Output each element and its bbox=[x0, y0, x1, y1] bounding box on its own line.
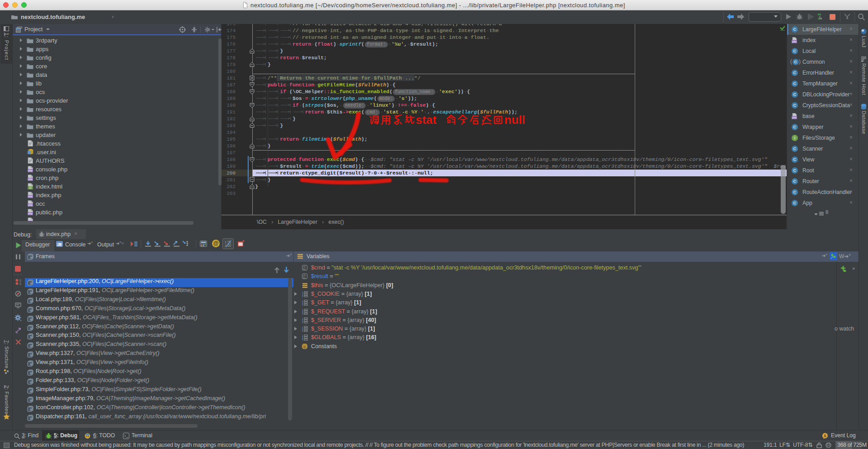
svg-text:c: c bbox=[303, 345, 306, 349]
svg-text:php: php bbox=[28, 212, 32, 215]
svg-text:3: 3 bbox=[302, 313, 303, 315]
svg-text:s: s bbox=[30, 416, 32, 421]
svg-text:01: 01 bbox=[303, 277, 306, 279]
svg-text:s: s bbox=[30, 407, 32, 411]
svg-text:php: php bbox=[792, 40, 796, 43]
svg-text:php: php bbox=[28, 169, 32, 172]
svg-text:3: 3 bbox=[302, 304, 303, 306]
svg-text:null: null bbox=[505, 114, 525, 127]
svg-text:php: php bbox=[28, 203, 32, 206]
svg-text:3: 3 bbox=[302, 330, 303, 332]
svg-text:3: 3 bbox=[302, 295, 303, 297]
svg-text:H: H bbox=[29, 186, 32, 189]
svg-text:s: s bbox=[30, 353, 32, 357]
svg-text:s: s bbox=[30, 299, 32, 303]
svg-text:php: php bbox=[28, 195, 32, 198]
svg-text:s: s bbox=[30, 398, 32, 402]
svg-text:s: s bbox=[30, 371, 32, 375]
svg-text:s: s bbox=[30, 326, 32, 331]
svg-text:s: s bbox=[30, 335, 32, 339]
svg-text:01: 01 bbox=[303, 268, 306, 271]
svg-text:s: s bbox=[30, 362, 32, 366]
svg-text:3: 3 bbox=[302, 321, 303, 323]
svg-text:s: s bbox=[30, 290, 32, 294]
svg-text:s: s bbox=[30, 317, 32, 321]
svg-text:s: s bbox=[30, 281, 32, 285]
svg-text:php: php bbox=[28, 178, 32, 180]
svg-text:s: s bbox=[30, 308, 32, 312]
svg-text:php: php bbox=[792, 116, 796, 119]
svg-text:5: 5 bbox=[824, 434, 826, 438]
svg-text:1: 1 bbox=[225, 241, 226, 244]
svg-text:s: s bbox=[30, 389, 32, 393]
svg-text:3: 3 bbox=[302, 339, 303, 340]
svg-text:s: s bbox=[30, 344, 32, 348]
svg-text:s: s bbox=[30, 380, 32, 384]
svg-text:s: s bbox=[30, 255, 32, 260]
svg-text:stat: stat bbox=[416, 114, 437, 127]
